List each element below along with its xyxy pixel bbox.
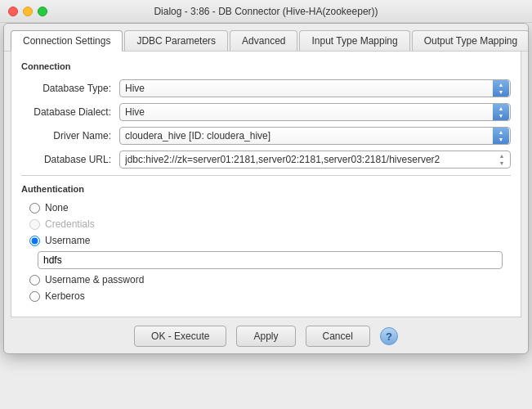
database-type-field: Hive (119, 79, 511, 97)
auth-none-row: None (29, 202, 511, 213)
auth-username-radio[interactable] (29, 236, 40, 246)
maximize-button[interactable] (38, 7, 47, 16)
auth-username-label: Username (45, 235, 90, 246)
auth-credentials-row: Credentials (29, 218, 511, 230)
database-type-row: Database Type: Hive (21, 79, 511, 97)
database-url-input[interactable] (119, 151, 511, 169)
cancel-button[interactable]: Cancel (306, 326, 370, 347)
tab-input-type-mapping[interactable]: Input Type Mapping (299, 30, 409, 51)
database-dialect-label: Database Dialect: (21, 106, 119, 118)
tab-output-type-mapping[interactable]: Output Type Mapping (412, 30, 529, 51)
username-input[interactable] (38, 251, 503, 269)
driver-name-row: Driver Name: cloudera_hive [ID: cloudera… (21, 127, 511, 145)
tab-advanced[interactable]: Advanced (230, 30, 297, 51)
ok-execute-button[interactable]: OK - Execute (134, 326, 226, 347)
database-type-select[interactable]: Hive (119, 79, 511, 97)
title-bar: Dialog - 3:86 - DB Connector (Hive-HA(zo… (0, 0, 532, 23)
auth-none-label: None (45, 202, 69, 213)
tab-connection-settings[interactable]: Connection Settings (11, 30, 123, 52)
auth-credentials-label: Credentials (45, 218, 95, 230)
database-url-label: Database URL: (21, 154, 119, 165)
database-dialect-row: Database Dialect: Hive (21, 103, 511, 121)
auth-kerberos-label: Kerberos (45, 290, 85, 302)
window-title: Dialog - 3:86 - DB Connector (Hive-HA(zo… (154, 6, 378, 17)
database-url-row: Database URL: (21, 151, 511, 169)
driver-name-select[interactable]: cloudera_hive [ID: cloudera_hive] (119, 127, 511, 145)
auth-kerberos-row: Kerberos (29, 290, 511, 302)
footer: OK - Execute Apply Cancel ? (4, 317, 528, 353)
auth-none-radio[interactable] (29, 203, 40, 213)
database-type-label: Database Type: (21, 83, 119, 94)
auth-kerberos-radio[interactable] (29, 291, 40, 302)
apply-button[interactable]: Apply (236, 326, 295, 347)
auth-username-password-radio[interactable] (29, 275, 40, 285)
database-dialect-field: Hive (119, 103, 511, 121)
minimize-button[interactable] (23, 7, 33, 16)
driver-name-label: Driver Name: (21, 130, 119, 142)
connection-section-label: Connection (21, 61, 511, 73)
auth-username-password-row: Username & password (29, 274, 511, 285)
driver-name-field: cloudera_hive [ID: cloudera_hive] (119, 127, 511, 145)
auth-radio-group: None Credentials Username Username & pas… (21, 202, 511, 302)
database-url-field-wrapper (119, 151, 511, 169)
auth-credentials-radio[interactable] (29, 219, 40, 230)
dialog: Connection Settings JDBC Parameters Adva… (3, 23, 529, 354)
auth-section-label: Authentication (21, 184, 511, 196)
tab-jdbc-parameters[interactable]: JDBC Parameters (124, 30, 228, 51)
auth-section: Authentication None Credentials Username (21, 184, 511, 302)
content-panel: Connection Database Type: Hive Database … (11, 52, 521, 317)
close-button[interactable] (8, 7, 18, 16)
tab-bar: Connection Settings JDBC Parameters Adva… (4, 24, 528, 52)
auth-username-row: Username (29, 235, 511, 246)
username-input-row (29, 251, 511, 269)
help-button[interactable]: ? (380, 327, 398, 345)
database-dialect-select[interactable]: Hive (119, 103, 511, 121)
separator (21, 175, 511, 176)
auth-username-password-label: Username & password (45, 274, 144, 285)
traffic-lights (8, 7, 47, 16)
